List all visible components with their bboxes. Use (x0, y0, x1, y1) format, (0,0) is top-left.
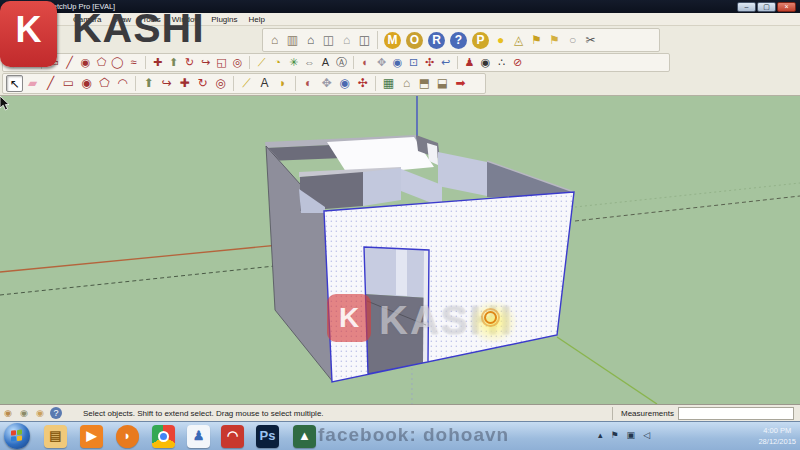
zoom-extents-icon[interactable]: ✣ (354, 75, 371, 92)
measurements-input[interactable] (678, 407, 794, 420)
dimension-tool-icon[interactable]: ⇔ (302, 55, 317, 70)
toolbar-separator (295, 76, 296, 91)
basket2-icon[interactable]: ◫ (356, 32, 373, 49)
start-button[interactable] (4, 423, 30, 449)
tray-network-icon[interactable]: ▣ (627, 430, 636, 440)
move-tool-icon[interactable]: ✚ (150, 55, 165, 70)
taskbar-clock[interactable]: 4:00 PM 28/12/2015 (758, 425, 796, 447)
mid-partition-light[interactable] (363, 168, 401, 206)
axes-tool-icon[interactable]: ✳ (286, 55, 301, 70)
coin-m-icon[interactable]: M (384, 32, 401, 49)
orbit-tool-icon[interactable]: ◐ (300, 75, 317, 92)
view-top-icon[interactable]: ⬒ (416, 75, 433, 92)
zoom-extents-icon[interactable]: ✣ (422, 55, 437, 70)
follow-me-tool-icon[interactable]: ↪ (198, 55, 213, 70)
line-tool-icon[interactable]: ╱ (42, 75, 59, 92)
door-interior-sliver[interactable] (396, 249, 407, 296)
export-icon[interactable]: ➡ (452, 75, 469, 92)
tray-expand-icon[interactable]: ▴ (598, 430, 603, 440)
sphere-white-icon[interactable]: ○ (564, 32, 581, 49)
zoom-window-icon[interactable]: ⊡ (406, 55, 421, 70)
minimize-button[interactable]: – (737, 2, 756, 12)
tray-flag-icon[interactable]: ⚑ (611, 430, 619, 440)
scissors-icon[interactable]: ✂ (582, 32, 599, 49)
messenger-icon[interactable]: ♟ (187, 425, 210, 448)
menu-item-plugins[interactable]: Plugins (211, 15, 237, 24)
model-canvas[interactable] (0, 96, 800, 404)
center-partition[interactable] (401, 169, 442, 207)
arc-tool-icon[interactable]: ◠ (114, 75, 131, 92)
close-button[interactable]: × (777, 2, 796, 12)
home-icon[interactable]: ⌂ (302, 32, 319, 49)
view-iso-icon[interactable]: ⌂ (398, 75, 415, 92)
move-tool-icon[interactable]: ✚ (176, 75, 193, 92)
offset-tool-icon[interactable]: ◎ (230, 55, 245, 70)
view-textured-icon[interactable]: ▦ (380, 75, 397, 92)
model-viewport[interactable]: K KASHI (0, 96, 800, 404)
line-tool-icon[interactable]: ╱ (62, 55, 77, 70)
help-icon[interactable]: ? (50, 407, 62, 419)
tag-p-icon[interactable]: P (472, 32, 489, 49)
zoom-tool-icon[interactable]: ◉ (390, 55, 405, 70)
select-tool-icon[interactable]: ↖ (6, 75, 23, 92)
rotate-tool-icon[interactable]: ↻ (194, 75, 211, 92)
eraser-icon[interactable]: ▰ (24, 75, 41, 92)
photo-viewer-icon[interactable]: ▲ (293, 425, 316, 448)
geolocation-icon[interactable]: ◉ (2, 407, 14, 419)
scale-tool-icon[interactable]: ◱ (214, 55, 229, 70)
house-outline-icon[interactable]: ⌂ (338, 32, 355, 49)
component-cabinet-icon[interactable]: ▥ (284, 32, 301, 49)
house-sketch-icon[interactable]: ⌂ (266, 32, 283, 49)
sketchup-icon[interactable]: ◠ (221, 425, 244, 448)
orbit-tool-icon[interactable]: ◐ (358, 55, 373, 70)
paint-bucket-icon[interactable]: ◗ (274, 75, 291, 92)
explorer-icon[interactable]: ▤ (44, 425, 67, 448)
badge-question-icon[interactable]: ? (450, 32, 467, 49)
tape-measure-icon[interactable]: ⟋ (254, 55, 269, 70)
selected-front-wall[interactable] (324, 192, 574, 382)
tray-volume-icon[interactable]: ◁ (643, 430, 650, 440)
push-pull-tool-icon[interactable]: ⬆ (140, 75, 157, 92)
credits-icon[interactable]: ◉ (18, 407, 30, 419)
previous-view-icon[interactable]: ↩ (438, 55, 453, 70)
dimension-tool-icon[interactable]: A (256, 75, 273, 92)
flag-icon[interactable]: ⚑ (528, 32, 545, 49)
circle2-tool-icon[interactable]: ◯ (110, 55, 125, 70)
circle-tool-icon[interactable]: ◉ (78, 75, 95, 92)
pan-tool-icon[interactable]: ✥ (318, 75, 335, 92)
push-pull-tool-icon[interactable]: ⬆ (166, 55, 181, 70)
freehand-tool-icon[interactable]: ≈ (126, 55, 141, 70)
offset-tool-icon[interactable]: ◎ (212, 75, 229, 92)
flag2-icon[interactable]: ⚑ (546, 32, 563, 49)
3d-text-tool-icon[interactable]: Ⓐ (334, 55, 349, 70)
follow-me-tool-icon[interactable]: ↪ (158, 75, 175, 92)
badge-r-icon[interactable]: R (428, 32, 445, 49)
tag-o-icon[interactable]: O (406, 32, 423, 49)
zoom-tool-icon[interactable]: ◉ (336, 75, 353, 92)
circle-tool-icon[interactable]: ◉ (78, 55, 93, 70)
photoshop-icon[interactable]: Ps (256, 425, 279, 448)
firefox-icon[interactable]: ◗ (116, 425, 139, 448)
chrome-icon[interactable] (152, 425, 175, 448)
text-tool-icon[interactable]: A (318, 55, 333, 70)
pan-tool-icon[interactable]: ✥ (374, 55, 389, 70)
section-plane-icon[interactable]: ⊘ (510, 55, 525, 70)
position-camera-icon[interactable]: ♟ (462, 55, 477, 70)
menu-item-help[interactable]: Help (249, 15, 265, 24)
maximize-button[interactable]: ▢ (757, 2, 776, 12)
view-front-icon[interactable]: ⬓ (434, 75, 451, 92)
look-around-icon[interactable]: ◉ (478, 55, 493, 70)
rotate-tool-icon[interactable]: ↻ (182, 55, 197, 70)
tape-measure-icon[interactable]: ⟋ (238, 75, 255, 92)
media-player-icon[interactable]: ▶ (80, 425, 103, 448)
polygon-tool-icon[interactable]: ⬠ (94, 55, 109, 70)
sphere-yellow-icon[interactable]: ● (492, 32, 509, 49)
right-far-wall[interactable] (438, 152, 487, 196)
protractor-icon[interactable]: ◔ (270, 55, 285, 70)
claim-icon[interactable]: ◉ (34, 407, 46, 419)
basket-icon[interactable]: ◫ (320, 32, 337, 49)
sandbox-icon[interactable]: ◬ (510, 32, 527, 49)
rectangle-tool-icon[interactable]: ▭ (60, 75, 77, 92)
walk-tool-icon[interactable]: ∴ (494, 55, 509, 70)
polygon-tool-icon[interactable]: ⬠ (96, 75, 113, 92)
